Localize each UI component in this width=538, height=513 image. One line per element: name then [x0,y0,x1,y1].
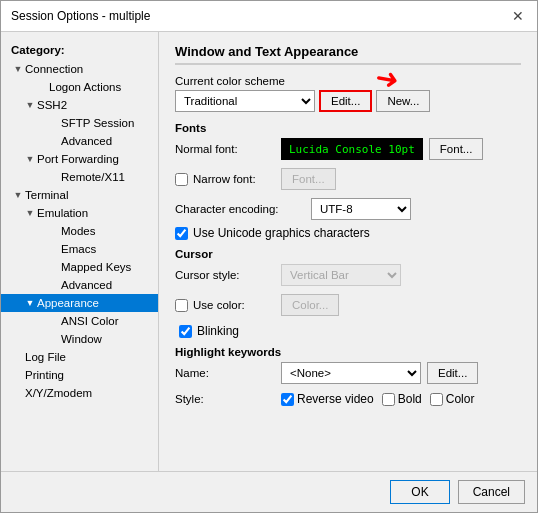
dialog-body: Category: ▼ Connection Logon Actions ▼ S… [1,32,537,471]
sidebar-item-connection[interactable]: ▼ Connection [1,60,158,78]
sidebar-label-ansi: ANSI Color [61,315,158,327]
sidebar-label-emacs: Emacs [61,243,158,255]
ok-button[interactable]: OK [390,480,449,504]
normal-font-button[interactable]: Font... [429,138,484,160]
color-style-label: Color [446,392,475,406]
fonts-label: Fonts [175,122,521,134]
sidebar-item-ssh2[interactable]: ▼ SSH2 [1,96,158,114]
sidebar-item-printing[interactable]: Printing [1,366,158,384]
narrow-font-button[interactable]: Font... [281,168,336,190]
section-title: Window and Text Appearance [175,44,521,65]
unicode-label: Use Unicode graphics characters [193,226,370,240]
cursor-style-row: Cursor style: Vertical Bar [175,264,521,286]
sidebar-item-modes[interactable]: Modes [1,222,158,240]
normal-font-row: Normal font: Lucida Console 10pt Font... [175,138,521,160]
style-options: Reverse video Bold Color [281,392,474,406]
sidebar-label-log: Log File [25,351,158,363]
highlight-style-row: Style: Reverse video Bold Color [175,392,521,406]
use-color-checkbox[interactable] [175,299,188,312]
sidebar-item-terminal[interactable]: ▼ Terminal [1,186,158,204]
reverse-video-option: Reverse video [281,392,374,406]
category-label: Category: [1,40,158,60]
sidebar-label-appearance: Appearance [37,297,158,309]
close-button[interactable]: ✕ [509,7,527,25]
sidebar-item-advanced-term[interactable]: Advanced [1,276,158,294]
toggle-appearance: ▼ [23,298,37,308]
cancel-button[interactable]: Cancel [458,480,525,504]
edit-color-scheme-button[interactable]: Edit... [319,90,372,112]
sidebar-label-connection: Connection [25,63,158,75]
color-scheme-group: Current color scheme Traditional Edit...… [175,75,521,112]
narrow-font-row: Narrow font: Font... [175,168,521,190]
toggle-connection: ▼ [11,64,25,74]
sidebar-label-ssh2: SSH2 [37,99,158,111]
bold-label: Bold [398,392,422,406]
narrow-font-checkbox[interactable] [175,173,188,186]
cursor-color-row: Use color: Color... [175,294,521,316]
sidebar-label-xyz: X/Y/Zmodem [25,387,158,399]
sidebar-label-sftp: SFTP Session [61,117,158,129]
normal-font-label: Normal font: [175,143,275,155]
sidebar-item-emacs[interactable]: Emacs [1,240,158,258]
new-color-scheme-button[interactable]: New... [376,90,430,112]
sidebar-item-sftp[interactable]: SFTP Session [1,114,158,132]
color-scheme-label: Current color scheme [175,75,521,87]
sidebar-item-port-forwarding[interactable]: ▼ Port Forwarding [1,150,158,168]
sidebar-label-adv-term: Advanced [61,279,158,291]
unicode-checkbox[interactable] [175,227,188,240]
blinking-checkbox[interactable] [179,325,192,338]
toggle-emulation: ▼ [23,208,37,218]
sidebar-item-log-file[interactable]: Log File [1,348,158,366]
sidebar: Category: ▼ Connection Logon Actions ▼ S… [1,32,159,471]
highlight-name-select[interactable]: <None> [281,362,421,384]
bold-option: Bold [382,392,422,406]
use-color-label: Use color: [175,299,275,312]
sidebar-label-window: Window [61,333,158,345]
encoding-select[interactable]: UTF-8 [311,198,411,220]
cursor-style-label: Cursor style: [175,269,275,281]
blinking-label: Blinking [197,324,239,338]
sidebar-label-logon: Logon Actions [49,81,158,93]
normal-font-display: Lucida Console 10pt [281,138,423,160]
narrow-font-label: Narrow font: [175,173,275,186]
encoding-label: Character encoding: [175,203,305,215]
sidebar-item-appearance[interactable]: ▼ Appearance [1,294,158,312]
sidebar-label-mapped: Mapped Keys [61,261,158,273]
toggle-pf: ▼ [23,154,37,164]
sidebar-item-logon-actions[interactable]: Logon Actions [1,78,158,96]
color-scheme-row: Traditional Edit... ➜ New... [175,90,521,112]
main-content: Window and Text Appearance Current color… [159,32,537,471]
toggle-ssh2: ▼ [23,100,37,110]
highlight-name-label: Name: [175,367,275,379]
sidebar-label-pf: Port Forwarding [37,153,158,165]
sidebar-item-remote-x11[interactable]: Remote/X11 [1,168,158,186]
reverse-video-checkbox[interactable] [281,393,294,406]
sidebar-item-window[interactable]: Window [1,330,158,348]
color-scheme-select[interactable]: Traditional [175,90,315,112]
sidebar-label-terminal: Terminal [25,189,158,201]
title-bar: Session Options - multiple ✕ [1,1,537,32]
sidebar-item-emulation[interactable]: ▼ Emulation [1,204,158,222]
cursor-style-select[interactable]: Vertical Bar [281,264,401,286]
sidebar-label-modes: Modes [61,225,158,237]
sidebar-label-rx11: Remote/X11 [61,171,158,183]
sidebar-item-advanced-ssh2[interactable]: Advanced [1,132,158,150]
footer: OK Cancel [1,471,537,512]
toggle-terminal: ▼ [11,190,25,200]
highlight-name-row: Name: <None> Edit... [175,362,521,384]
sidebar-label-emulation: Emulation [37,207,158,219]
color-option: Color [430,392,475,406]
style-label: Style: [175,393,275,405]
sidebar-item-xyzmodem[interactable]: X/Y/Zmodem [1,384,158,402]
encoding-row: Character encoding: UTF-8 [175,198,521,220]
sidebar-label-adv-ssh2: Advanced [61,135,158,147]
color-style-checkbox[interactable] [430,393,443,406]
bold-checkbox[interactable] [382,393,395,406]
color-button[interactable]: Color... [281,294,339,316]
dialog: Session Options - multiple ✕ Category: ▼… [0,0,538,513]
sidebar-label-printing: Printing [25,369,158,381]
sidebar-item-ansi-color[interactable]: ANSI Color [1,312,158,330]
highlight-label: Highlight keywords [175,346,521,358]
sidebar-item-mapped-keys[interactable]: Mapped Keys [1,258,158,276]
highlight-edit-button[interactable]: Edit... [427,362,478,384]
